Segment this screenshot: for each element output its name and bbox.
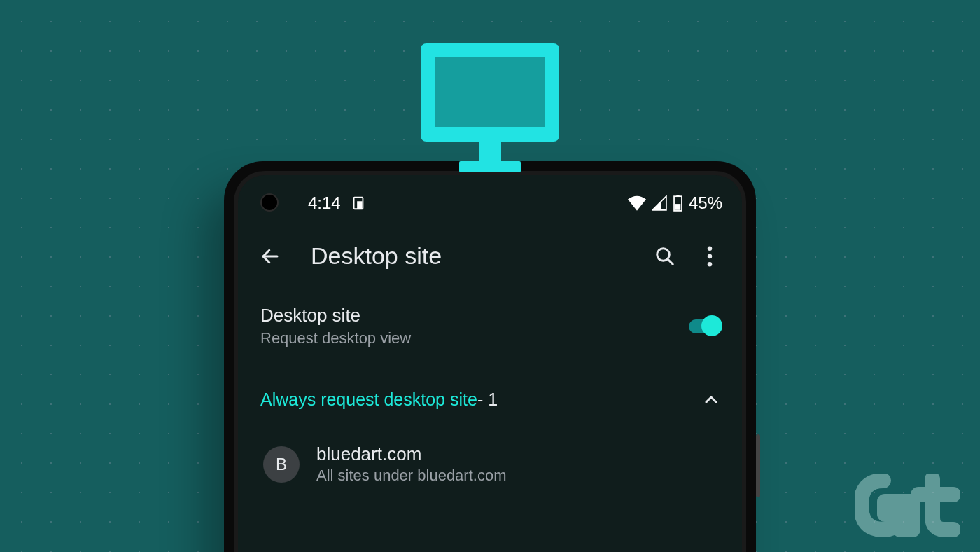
app-bar: Desktop site [238, 213, 742, 284]
phone-screen: 4:14 45% [238, 175, 742, 552]
svg-point-9 [708, 254, 713, 258]
phone-frame: 4:14 45% [224, 161, 756, 552]
camera-hole [260, 193, 279, 212]
desktop-site-toggle-row[interactable]: Desktop site Request desktop view [238, 284, 742, 361]
wifi-icon [628, 195, 646, 211]
always-request-section[interactable]: Always request desktop site - 1 [238, 361, 742, 424]
desktop-site-toggle[interactable] [689, 319, 720, 333]
svg-line-7 [668, 258, 673, 264]
site-subtitle: All sites under bluedart.com [316, 467, 720, 485]
site-domain: bluedart.com [316, 443, 720, 465]
more-button[interactable] [697, 244, 722, 269]
back-button[interactable] [258, 244, 283, 269]
svg-rect-1 [357, 201, 362, 209]
page-title: Desktop site [311, 242, 633, 270]
signal-icon [652, 195, 667, 211]
sim-icon [351, 195, 366, 211]
svg-point-10 [708, 262, 713, 267]
status-time: 4:14 [308, 193, 341, 213]
battery-icon [673, 195, 683, 212]
toggle-title: Desktop site [260, 305, 689, 326]
site-avatar: B [263, 446, 300, 483]
section-label: Always request desktop site [260, 389, 477, 410]
status-battery-pct: 45% [689, 193, 722, 213]
toggle-subtitle: Request desktop view [260, 329, 689, 347]
svg-point-8 [708, 246, 713, 251]
chevron-up-icon [703, 392, 720, 408]
gt-watermark [855, 474, 960, 537]
status-bar: 4:14 45% [238, 175, 742, 213]
search-button[interactable] [652, 244, 678, 269]
site-row[interactable]: B bluedart.com All sites under bluedart.… [238, 424, 742, 485]
monitor-icon [421, 43, 559, 172]
phone-side-button [756, 434, 760, 497]
svg-rect-4 [676, 204, 681, 210]
section-count: - 1 [477, 389, 498, 410]
